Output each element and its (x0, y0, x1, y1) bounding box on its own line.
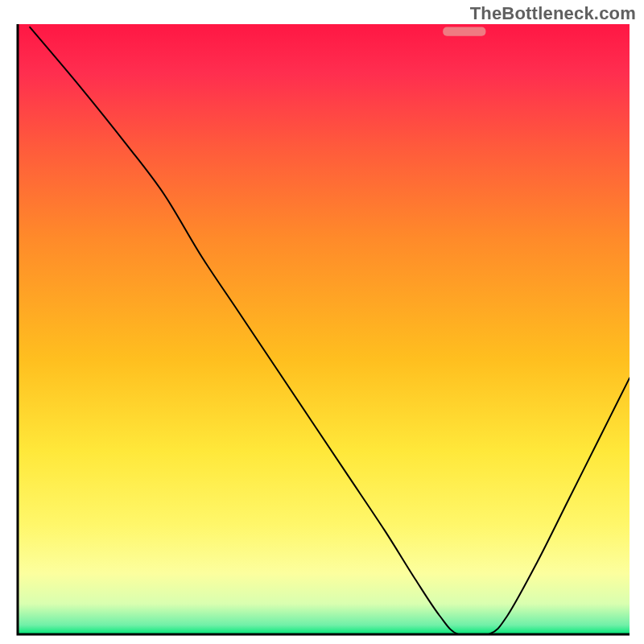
bottleneck-chart (0, 0, 644, 644)
watermark-label: TheBottleneck.com (470, 3, 636, 24)
optimal-marker (443, 27, 485, 35)
chart-root: TheBottleneck.com (0, 0, 644, 644)
gradient-background (18, 24, 630, 634)
